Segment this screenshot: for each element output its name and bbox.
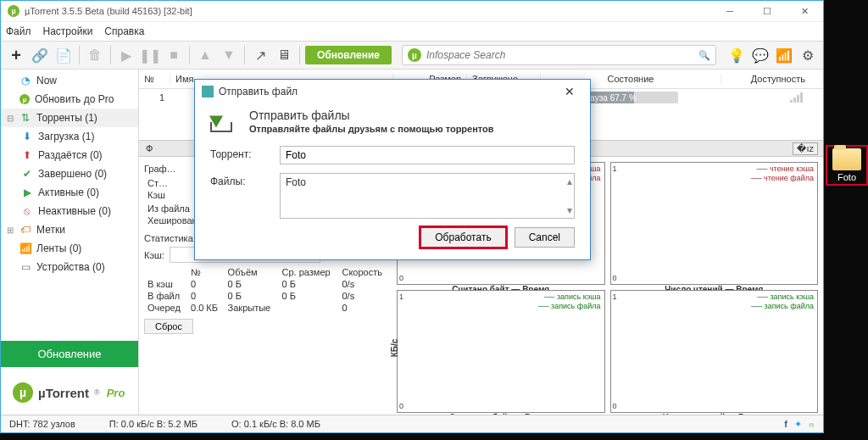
facebook-icon[interactable]: f bbox=[784, 419, 787, 429]
sidebar-item-now[interactable]: ◔Now bbox=[1, 71, 138, 90]
files-label: Файлы: bbox=[210, 173, 280, 187]
android-icon[interactable]: ⍝ bbox=[809, 419, 815, 429]
share-button[interactable]: ↗ bbox=[250, 45, 270, 65]
minimize-button[interactable]: ─ bbox=[711, 1, 748, 21]
sidebar-item-torrents[interactable]: ⊟⇅Торренты (1) bbox=[1, 109, 138, 127]
process-button[interactable]: Обработать bbox=[420, 227, 505, 248]
maximize-button[interactable]: ☐ bbox=[748, 1, 786, 21]
share-icon: ↗ bbox=[255, 47, 266, 64]
chat-button[interactable]: 💬 bbox=[750, 45, 771, 65]
sidebar-item-feeds[interactable]: 📶Ленты (0) bbox=[1, 239, 138, 258]
chart-write-count: 10 ── запись кэша── запись файла Число з… bbox=[610, 290, 819, 413]
check-icon: ✔ bbox=[21, 168, 33, 180]
detail-tab-files[interactable]: Ф bbox=[146, 143, 153, 153]
sidebar: ◔Now µОбновить до Pro ⊟⇅Торренты (1) ⬇За… bbox=[1, 70, 139, 418]
signal-icon: 📶 bbox=[776, 47, 793, 64]
sidebar-item-upgrade[interactable]: µОбновить до Pro bbox=[1, 90, 138, 109]
monitor-icon: 🖥 bbox=[277, 47, 291, 63]
search-provider-icon: µ bbox=[408, 48, 421, 62]
titlebar: µ µTorrent 3.5.5 Beta (build 45163) [32-… bbox=[1, 1, 823, 22]
status-bar: DHT: 782 узлов П: 0.0 кБ/с В: 5.2 МБ О: … bbox=[1, 415, 823, 432]
remote-button[interactable]: 🖥 bbox=[274, 45, 294, 65]
tab-dropdown-button[interactable]: �ız bbox=[793, 142, 818, 155]
dialog-app-icon bbox=[202, 86, 214, 97]
stop-icon: ⦸ bbox=[21, 205, 33, 217]
sidebar-item-labels[interactable]: ⊞🏷Метки bbox=[1, 220, 138, 239]
menu-help[interactable]: Справка bbox=[104, 25, 144, 37]
add-url-button[interactable]: 🔗 bbox=[30, 45, 50, 65]
toolbar: + 🔗 📄 🗑 ▶ ❚❚ ■ ▲ ▼ ↗ 🖥 Обновление µ 🔍 💡 … bbox=[1, 41, 823, 70]
app-window: µ µTorrent 3.5.5 Beta (build 45163) [32-… bbox=[0, 0, 824, 433]
sidebar-item-seeding[interactable]: ⬆Раздаётся (0) bbox=[1, 146, 138, 164]
chat-icon: 💬 bbox=[752, 47, 769, 64]
search-box[interactable]: µ 🔍 bbox=[402, 45, 716, 65]
send-file-dialog: Отправить файл ✕ Отправить файлы Отправл… bbox=[194, 79, 591, 260]
move-up-button[interactable]: ▲ bbox=[195, 45, 215, 65]
dialog-title: Отправить файл bbox=[219, 86, 298, 97]
scroll-up-icon[interactable]: ▴ bbox=[567, 175, 572, 187]
cancel-button[interactable]: Cancel bbox=[515, 227, 575, 248]
availability-bars bbox=[790, 92, 803, 103]
trash-icon: 🗑 bbox=[88, 47, 102, 63]
status-upload: О: 0.1 кБ/с В: 8.0 МБ bbox=[231, 419, 320, 429]
sidebar-item-active[interactable]: ▶Активные (0) bbox=[1, 183, 138, 202]
remove-button[interactable]: 🗑 bbox=[85, 45, 105, 65]
bundles-button[interactable]: 💡 bbox=[726, 45, 747, 65]
lightbulb-icon: 💡 bbox=[728, 47, 745, 64]
pause-button[interactable]: ❚❚ bbox=[140, 45, 160, 65]
add-torrent-button[interactable]: + bbox=[6, 45, 26, 65]
tag-icon: 🏷 bbox=[19, 224, 31, 236]
upload-icon: ⬆ bbox=[21, 149, 33, 161]
new-torrent-button[interactable]: 📄 bbox=[53, 45, 74, 65]
gear-icon: ⚙ bbox=[802, 47, 814, 64]
sidebar-update-button[interactable]: Обновление bbox=[1, 341, 138, 367]
sidebar-item-downloading[interactable]: ⬇Загрузка (1) bbox=[1, 127, 138, 146]
col-availability[interactable]: Доступность bbox=[721, 74, 823, 84]
share-file-icon bbox=[210, 109, 239, 132]
chart-write-bytes: 10 ── запись кэша── запись файла КБ/сЗап… bbox=[397, 290, 605, 413]
transfer-icon: ⇅ bbox=[19, 112, 31, 124]
download-icon: ⬇ bbox=[21, 131, 33, 142]
link-icon: 🔗 bbox=[31, 47, 48, 64]
app-icon: µ bbox=[8, 5, 19, 17]
clock-icon: ◔ bbox=[19, 75, 31, 86]
search-icon[interactable]: 🔍 bbox=[698, 50, 710, 61]
row-num: 1 bbox=[139, 92, 170, 103]
menu-settings[interactable]: Настройки bbox=[43, 25, 93, 37]
torrent-label: Торрент: bbox=[210, 146, 280, 160]
update-button[interactable]: Обновление bbox=[305, 46, 392, 64]
move-down-button[interactable]: ▼ bbox=[219, 45, 239, 65]
col-num[interactable]: № bbox=[139, 74, 170, 84]
dialog-close-button[interactable]: ✕ bbox=[556, 81, 583, 102]
dialog-subheading: Отправляйте файлы друзьям с помощью торр… bbox=[249, 124, 494, 134]
file-icon: 📄 bbox=[55, 47, 72, 64]
menubar: Файл Настройки Справка bbox=[1, 22, 823, 41]
preferences-button[interactable]: ⚙ bbox=[798, 45, 818, 65]
folder-icon bbox=[832, 148, 861, 170]
rss-icon: 📶 bbox=[19, 242, 31, 254]
close-button[interactable]: ✕ bbox=[786, 1, 823, 21]
remote-access-button[interactable]: 📶 bbox=[774, 45, 794, 65]
files-list-field[interactable]: Foto▴▾ bbox=[280, 173, 575, 219]
reset-button[interactable]: Сброс bbox=[144, 319, 193, 334]
dialog-heading: Отправить файлы bbox=[249, 109, 494, 122]
desktop-folder-foto[interactable]: Foto bbox=[827, 147, 866, 184]
brand-logo: µ µTorrent® Pro bbox=[1, 367, 138, 418]
menu-file[interactable]: Файл bbox=[6, 25, 31, 37]
stop-button[interactable]: ■ bbox=[164, 45, 184, 65]
sidebar-item-completed[interactable]: ✔Завершено (0) bbox=[1, 164, 138, 183]
window-title: µTorrent 3.5.5 Beta (build 45163) [32-bi… bbox=[25, 6, 192, 16]
device-icon: ▭ bbox=[19, 261, 31, 273]
scroll-down-icon[interactable]: ▾ bbox=[567, 204, 572, 216]
sidebar-item-devices[interactable]: ▭Устройства (0) bbox=[1, 258, 138, 276]
utorrent-logo-icon: µ bbox=[13, 382, 33, 403]
start-button[interactable]: ▶ bbox=[116, 45, 136, 65]
twitter-icon[interactable]: ✦ bbox=[794, 419, 802, 430]
search-input[interactable] bbox=[421, 49, 698, 61]
pro-icon: µ bbox=[19, 94, 30, 104]
chart-read-count: 10 ── чтение кэша── чтение файла Число ч… bbox=[610, 162, 819, 285]
folder-label: Foto bbox=[829, 172, 865, 182]
torrent-name-field[interactable] bbox=[280, 146, 575, 164]
sidebar-item-inactive[interactable]: ⦸Неактивные (0) bbox=[1, 202, 138, 220]
status-download: П: 0.0 кБ/с В: 5.2 МБ bbox=[109, 419, 198, 429]
